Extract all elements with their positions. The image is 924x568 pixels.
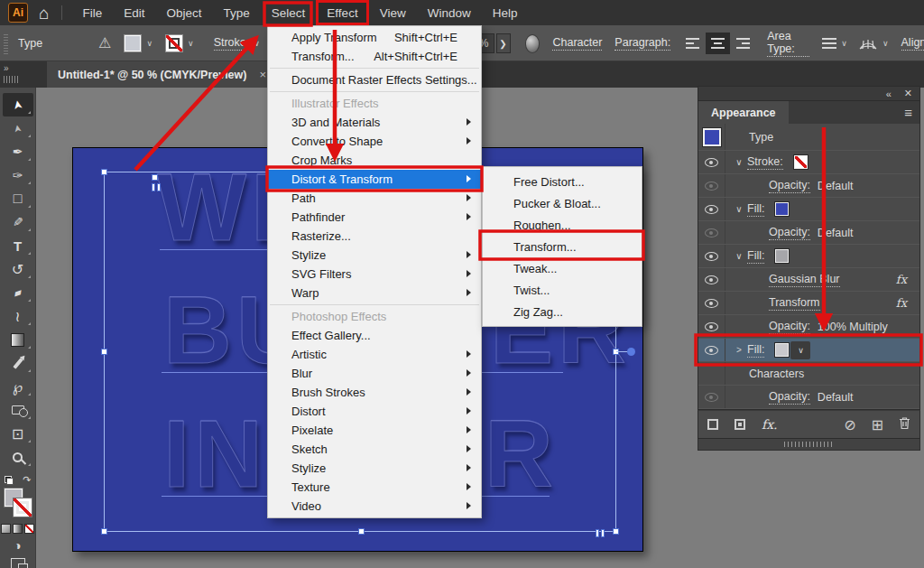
appearance-row-opacity[interactable]: Opacity:Default — [698, 386, 919, 409]
illustrator-logo[interactable]: Ai — [8, 3, 28, 23]
swap-colors-icon[interactable]: ↷ — [23, 474, 31, 486]
menu-item-effect-gallery[interactable]: Effect Gallery... — [268, 326, 481, 345]
appearance-row-opacity[interactable]: Opacity:Default — [698, 221, 919, 245]
opacity-link[interactable]: Opacity: — [769, 390, 810, 405]
dock-expand-widget[interactable]: » — [4, 63, 20, 83]
visibility-eye-icon[interactable] — [705, 275, 718, 284]
smooth-tool[interactable]: ℘ — [3, 375, 33, 398]
document-tab[interactable]: Untitled-1* @ 50 % (CMYK/Preview) × — [47, 61, 278, 88]
visibility-eye-icon[interactable] — [705, 346, 718, 355]
menu-item-sketch[interactable]: Sketch — [268, 440, 481, 459]
menu-item-path[interactable]: Path — [268, 189, 481, 208]
menubar-item-help[interactable]: Help — [482, 0, 529, 25]
appearance-row-fill[interactable]: ∨Fill: — [698, 198, 919, 221]
menubar-item-object[interactable]: Object — [156, 0, 213, 25]
appearance-row-type[interactable]: Type — [698, 124, 919, 151]
close-icon[interactable]: × — [259, 68, 266, 81]
type-tool[interactable]: T — [3, 234, 33, 257]
chevron-right-icon[interactable]: > — [733, 345, 745, 355]
submenu-item-free-distort[interactable]: Free Distort... — [483, 171, 642, 192]
chevron-down-icon[interactable]: ∨ — [733, 204, 745, 214]
default-colors-icon[interactable] — [5, 476, 14, 485]
visibility-eye-icon[interactable] — [705, 252, 718, 261]
menubar-item-file[interactable]: File — [71, 0, 113, 25]
eraser-tool[interactable]: ▰ — [3, 281, 33, 304]
rectangle-tool[interactable]: □ — [3, 187, 33, 210]
tab-appearance[interactable]: Appearance — [698, 101, 789, 124]
menu-item-crop-marks[interactable]: Crop Marks — [268, 151, 481, 170]
align-center-button[interactable] — [706, 33, 730, 54]
menu-item-stylize[interactable]: Stylize — [268, 246, 481, 265]
delete-item-icon[interactable] — [899, 416, 910, 433]
chevron-down-icon[interactable]: ∨ — [733, 157, 745, 167]
panel-resize-grip[interactable] — [698, 439, 920, 451]
menu-item-artistic[interactable]: Artistic — [268, 345, 481, 364]
panel-grip[interactable] — [4, 33, 8, 54]
screen-mode-icon[interactable] — [11, 558, 25, 568]
close-panel-icon[interactable]: ✕ — [904, 88, 912, 99]
fill-color-swatch[interactable] — [124, 34, 142, 52]
character-link[interactable]: Character — [552, 36, 602, 51]
area-type-link[interactable]: Area Type: — [767, 30, 809, 57]
opacity-link[interactable]: Opacity: — [769, 226, 810, 240]
menu-item-blur[interactable]: Blur — [268, 364, 481, 383]
menu-item-document-raster-effects-settings[interactable]: Document Raster Effects Settings... — [268, 70, 481, 89]
appearance-row-stroke[interactable]: ∨Stroke: — [698, 151, 919, 174]
fill-swatch[interactable] — [775, 202, 789, 216]
appearance-row-opacity[interactable]: Opacity:100% Multiply — [698, 315, 919, 339]
stroke-color-swatch[interactable] — [165, 34, 183, 52]
menu-item-pixelate[interactable]: Pixelate — [268, 421, 481, 440]
submenu-item-roughen[interactable]: Roughen... — [483, 214, 642, 236]
add-new-fill-icon[interactable] — [735, 419, 745, 430]
menubar-item-effect[interactable]: Effect — [316, 0, 368, 25]
row-label[interactable]: Fill: — [747, 249, 764, 264]
menu-item-convert-to-shape[interactable]: Convert to Shape — [268, 132, 481, 151]
menu-item-transform[interactable]: Transform...Alt+Shift+Ctrl+E — [268, 47, 481, 66]
menu-item-brush-strokes[interactable]: Brush Strokes — [268, 383, 481, 402]
appearance-row-transform[interactable]: Transformfx — [698, 292, 919, 315]
visibility-eye-icon[interactable] — [705, 299, 718, 308]
menu-item-warp[interactable]: Warp — [268, 284, 481, 303]
shaper-tool[interactable]: ≀ — [3, 304, 33, 328]
add-new-effect-button[interactable]: fx. — [762, 417, 778, 432]
collapse-panel-icon[interactable]: « — [886, 88, 892, 99]
menubar-item-view[interactable]: View — [369, 0, 417, 25]
gradient-button[interactable] — [13, 524, 23, 534]
color-button[interactable] — [1, 524, 11, 534]
menubar-item-select[interactable]: Select — [261, 0, 317, 25]
duplicate-item-icon[interactable]: ⊞ — [872, 416, 883, 433]
menu-item-apply-transform[interactable]: Apply TransformShift+Ctrl+E — [268, 28, 481, 47]
row-label[interactable]: Fill: — [747, 343, 764, 358]
chevron-down-icon[interactable]: ∨ — [188, 39, 194, 48]
selection-tool[interactable]: ➤ — [3, 93, 33, 116]
rotate-tool[interactable]: ↺ — [3, 257, 33, 281]
dock-grip[interactable] — [4, 76, 20, 83]
menu-item-pathfinder[interactable]: Pathfinder — [268, 208, 481, 227]
stroke-color-swatch[interactable] — [13, 498, 32, 517]
double-chevron-icon[interactable]: » — [4, 63, 9, 73]
curvature-tool[interactable]: ✑ — [3, 163, 33, 187]
fill-swatch[interactable] — [775, 343, 789, 357]
stroke-link[interactable]: Stroke: — [214, 36, 250, 51]
menubar-item-type[interactable]: Type — [213, 0, 261, 25]
opacity-link[interactable]: Opacity: — [769, 320, 810, 334]
row-label[interactable]: Stroke: — [747, 155, 783, 170]
swatch-dropdown[interactable]: ∨ — [790, 341, 810, 359]
appearance-row-opacity[interactable]: Opacity:Default — [698, 174, 919, 198]
effect-link[interactable]: Gaussian Blur — [769, 273, 840, 287]
menu-item-texture[interactable]: Texture — [268, 478, 481, 497]
menu-item-svg-filters[interactable]: SVG Filters — [268, 265, 481, 284]
menu-item-rasterize[interactable]: Rasterize... — [268, 227, 481, 246]
paintbrush-tool[interactable]: ✎ — [3, 210, 33, 234]
drawing-modes-icon[interactable]: ◑ — [14, 538, 21, 553]
appearance-row-fill[interactable]: >Fill:∨ — [698, 339, 919, 362]
eyedropper-tool[interactable] — [3, 351, 33, 375]
home-icon[interactable]: ⌂ — [39, 5, 49, 22]
submenu-item-twist[interactable]: Twist... — [483, 279, 642, 301]
menu-item-stylize[interactable]: Stylize — [268, 459, 481, 478]
percent-stepper-button[interactable]: ❯ — [496, 33, 511, 53]
opacity-link[interactable]: Opacity: — [769, 179, 810, 193]
fill-swatch[interactable] — [775, 249, 789, 263]
warp-grid-icon[interactable] — [858, 37, 878, 51]
menu-item-distort-transform[interactable]: Distort & Transform — [268, 170, 481, 189]
